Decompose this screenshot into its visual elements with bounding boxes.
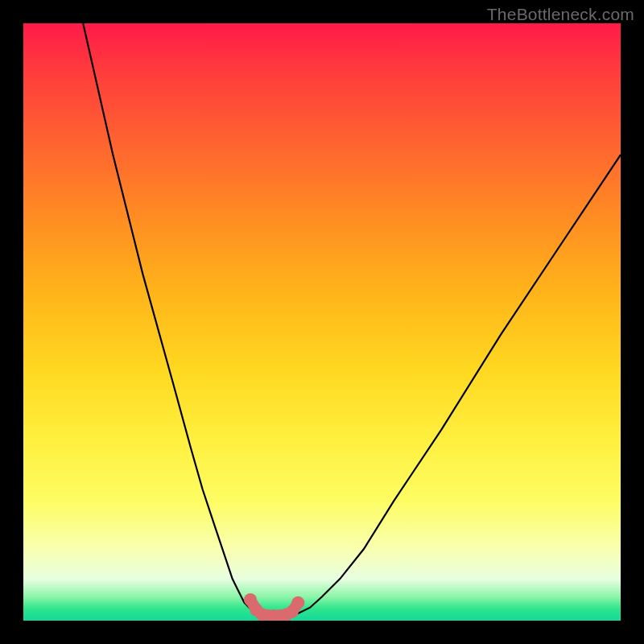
plot-area bbox=[23, 23, 621, 621]
left-curve bbox=[83, 23, 262, 616]
chart-svg bbox=[23, 23, 621, 621]
outer-frame: TheBottleneck.com bbox=[0, 0, 644, 644]
valley-marker-dot bbox=[291, 597, 304, 609]
right-curve bbox=[292, 155, 621, 616]
watermark-text: TheBottleneck.com bbox=[487, 5, 634, 24]
valley-markers bbox=[244, 593, 304, 621]
